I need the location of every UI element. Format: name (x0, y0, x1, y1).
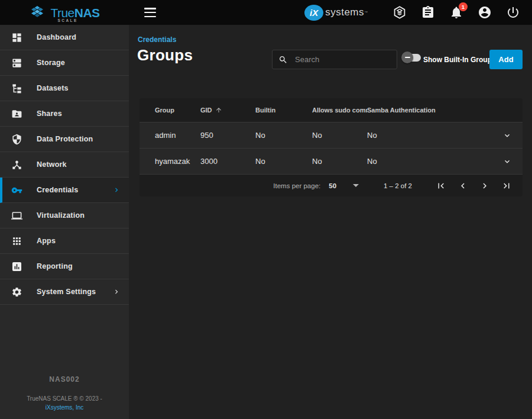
sidebar-item-reporting[interactable]: Reporting (0, 254, 129, 279)
sidebar-item-network[interactable]: Network (0, 152, 129, 178)
search-box[interactable] (272, 50, 397, 69)
reporting-icon (11, 260, 22, 272)
table-header-row: Group GID Builtin Allows sudo command Sa… (140, 98, 523, 122)
sidebar-item-label: Credentials (37, 186, 78, 194)
items-per-page-dropdown-icon[interactable] (353, 184, 359, 187)
table-paginator: Items per page: 50 1 – 2 of 2 (140, 174, 523, 196)
sidebar-item-system-settings[interactable]: System Settings (0, 279, 129, 305)
groups-table: Group GID Builtin Allows sudo command Sa… (140, 98, 523, 196)
data-protection-icon (11, 133, 22, 145)
shares-icon (11, 108, 22, 120)
virtualization-icon (11, 210, 22, 221)
main-content: Credentials Groups Show Built-In Groups … (129, 25, 532, 419)
sort-arrow-up-icon (215, 107, 222, 114)
ixsystems-logo: iX systems ™ (304, 5, 368, 21)
column-header-gid[interactable]: GID (200, 107, 255, 114)
system-settings-icon (11, 286, 22, 298)
cell-gid: 3000 (200, 157, 255, 166)
sidebar-item-label: Data Protection (37, 135, 93, 143)
table-row[interactable]: hyamazak 3000 No No No (140, 148, 523, 174)
truecommand-icon[interactable] (392, 5, 407, 20)
sidebar-item-datasets[interactable]: Datasets (0, 76, 129, 101)
sidebar: Dashboard Storage Datasets Shares Data P… (0, 25, 129, 419)
ixsystems-link[interactable]: iXsystems, Inc (0, 404, 129, 411)
notifications-bell-icon[interactable]: 1 (449, 5, 463, 20)
sidebar-item-label: Datasets (37, 84, 69, 92)
datasets-icon (11, 82, 22, 94)
search-icon (278, 55, 288, 65)
sidebar-item-label: Virtualization (37, 211, 85, 220)
show-builtin-toggle[interactable] (403, 54, 421, 62)
sidebar-item-shares[interactable]: Shares (0, 101, 129, 127)
sidebar-item-label: Shares (37, 109, 62, 118)
brand-first: True (50, 6, 74, 20)
brand-sub: SCALE (57, 19, 78, 23)
chevron-down-icon (502, 157, 512, 166)
sidebar-item-storage[interactable]: Storage (0, 50, 129, 76)
cell-sudo: No (312, 157, 367, 166)
cell-samba: No (367, 131, 497, 140)
row-expand-button[interactable] (497, 131, 523, 140)
topbar-actions: iX systems ™ 1 (304, 5, 532, 21)
cell-builtin: No (255, 157, 312, 166)
ix-mark: iX (304, 5, 323, 21)
brand-second: NAS (74, 6, 100, 20)
copyright-text: TrueNAS SCALE ® © 2023 - (0, 395, 129, 402)
toggle-thumb[interactable] (401, 51, 413, 63)
previous-page-button[interactable] (458, 181, 468, 191)
column-header-sudo[interactable]: Allows sudo command (312, 107, 367, 114)
chevron-right-icon (112, 288, 121, 296)
sidebar-item-label: Apps (37, 237, 56, 245)
row-expand-button[interactable] (497, 157, 523, 166)
hostname: NAS002 (0, 375, 129, 383)
chevron-down-icon (502, 131, 512, 140)
first-page-button[interactable] (436, 181, 446, 191)
truenas-logo-icon (29, 5, 46, 20)
sidebar-item-data-protection[interactable]: Data Protection (0, 127, 129, 152)
ix-text: systems (325, 7, 364, 18)
chevron-right-icon (112, 186, 121, 194)
table-row[interactable]: admin 950 No No No (140, 122, 523, 148)
items-per-page-label: Items per page: (273, 182, 320, 189)
sidebar-item-label: Reporting (37, 262, 73, 270)
cell-builtin: No (255, 131, 312, 140)
cell-group: admin (140, 131, 200, 140)
sidebar-item-credentials[interactable]: Credentials (0, 178, 129, 203)
ix-trademark: ™ (364, 11, 368, 14)
cell-sudo: No (312, 131, 367, 140)
apps-icon (11, 235, 22, 247)
next-page-button[interactable] (479, 181, 490, 191)
storage-icon (11, 57, 22, 69)
sidebar-item-virtualization[interactable]: Virtualization (0, 203, 129, 228)
notification-badge: 1 (459, 2, 468, 11)
page-title: Groups (137, 46, 193, 65)
add-button[interactable]: Add (489, 50, 523, 69)
show-builtin-label: Show Built-In Groups (423, 56, 496, 64)
sidebar-item-label: Network (37, 160, 67, 169)
account-icon[interactable] (478, 5, 492, 20)
sidebar-item-label: System Settings (37, 288, 96, 296)
sidebar-footer: NAS002 TrueNAS SCALE ® © 2023 - iXsystem… (0, 375, 129, 419)
network-icon (11, 159, 22, 170)
column-header-builtin[interactable]: Builtin (255, 107, 312, 114)
truenas-logo[interactable]: TrueNAS SCALE (0, 0, 129, 25)
items-per-page-value[interactable]: 50 (329, 182, 336, 189)
column-header-samba[interactable]: Samba Authentication (367, 107, 497, 114)
breadcrumb[interactable]: Credentials (138, 36, 176, 44)
cell-gid: 950 (200, 131, 255, 140)
sidebar-item-apps[interactable]: Apps (0, 228, 129, 254)
menu-icon[interactable] (144, 8, 156, 17)
top-bar: TrueNAS SCALE iX systems ™ 1 (0, 0, 532, 25)
cell-group: hyamazak (140, 157, 200, 166)
power-icon[interactable] (506, 5, 520, 20)
last-page-button[interactable] (501, 181, 512, 191)
column-header-group[interactable]: Group (140, 107, 200, 114)
pagination-range: 1 – 2 of 2 (384, 182, 412, 189)
dashboard-icon (11, 31, 22, 43)
sidebar-item-label: Storage (37, 59, 65, 67)
sidebar-item-dashboard[interactable]: Dashboard (0, 25, 129, 50)
search-input[interactable] (295, 55, 390, 64)
cell-samba: No (367, 157, 497, 166)
jobs-clipboard-icon[interactable] (421, 5, 435, 20)
credentials-key-icon (11, 184, 22, 196)
